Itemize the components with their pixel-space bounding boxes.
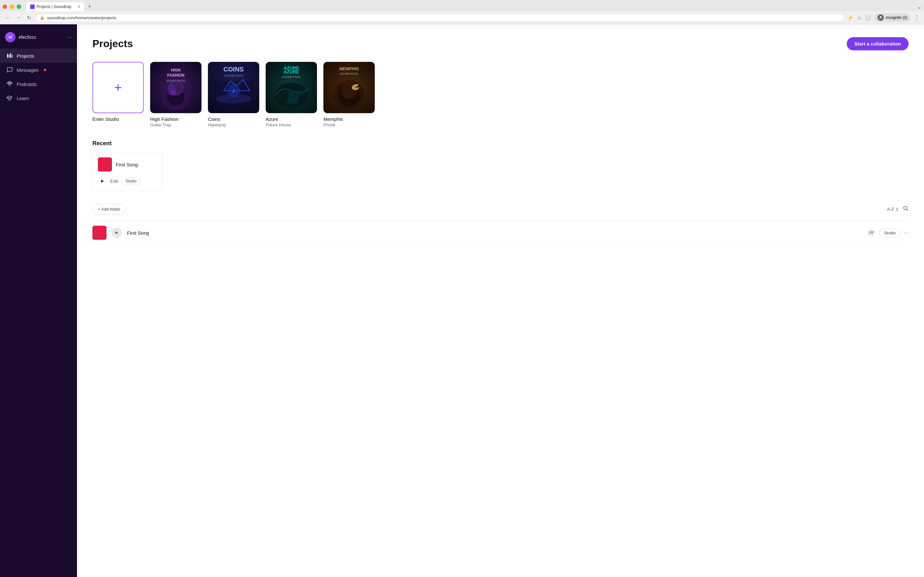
address-bar: ← → ↻ 🔒 soundtrap.com/home/creator/proje…: [0, 11, 924, 24]
svg-point-5: [9, 83, 11, 85]
bottom-bar: + Add folder A-Z: [92, 204, 909, 214]
pack-azure[interactable]: AZURE AZURE SOUND PACK Azure Future Hous…: [266, 62, 317, 127]
browser-tab[interactable]: Projects | Soundtrap ×: [26, 2, 84, 11]
pack-sub-high-fashion: Guitar Trap: [150, 122, 171, 127]
file-more-button[interactable]: ···: [904, 229, 909, 236]
svg-text:AZURE: AZURE: [284, 69, 299, 74]
file-row[interactable]: First Song Studio ···: [92, 221, 909, 245]
svg-text:SOUND PACK: SOUND PACK: [282, 75, 301, 79]
azure-card[interactable]: AZURE AZURE SOUND PACK: [266, 62, 317, 113]
play-button[interactable]: [98, 177, 107, 185]
pack-name-coins: Coins: [208, 116, 220, 122]
incognito-button[interactable]: Incognito (2): [874, 13, 911, 22]
file-name: First Song: [127, 230, 862, 235]
packs-grid: + Enter Studio HIGH: [92, 62, 909, 127]
high-fashion-card[interactable]: HIGH FASHION SOUND PACK: [150, 62, 202, 113]
svg-line-38: [907, 210, 908, 211]
enter-studio-card[interactable]: +: [92, 62, 144, 113]
pack-enter-studio[interactable]: + Enter Studio: [92, 62, 144, 127]
page-title: Projects: [92, 38, 133, 50]
sidebar-item-learn[interactable]: Learn: [0, 91, 77, 105]
url-bar[interactable]: 🔒 soundtrap.com/home/creator/projects: [36, 14, 844, 22]
browser-chrome: Projects | Soundtrap × + ⌄ ← → ↻ 🔒 sound…: [0, 0, 924, 24]
svg-point-41: [872, 231, 873, 233]
song-title: First Song: [116, 162, 137, 167]
tab-favicon: [30, 5, 35, 9]
tab-chevron-icon[interactable]: ⌄: [917, 3, 921, 10]
address-right-icons: ⚡ ☆ ⬜ Incognito (2) ⋮: [847, 13, 920, 22]
browser-more-button[interactable]: ⋮: [914, 14, 920, 21]
sidebar-item-learn-label: Learn: [17, 95, 29, 101]
file-studio-badge[interactable]: Studio: [879, 229, 901, 237]
coins-card[interactable]: COINS SOUND PACK ♪: [208, 62, 259, 113]
extension-icon[interactable]: ⚡: [847, 15, 854, 21]
sort-search-controls: A-Z: [887, 205, 909, 213]
maximize-button[interactable]: [17, 5, 21, 9]
search-button[interactable]: [903, 205, 909, 213]
new-tab-button[interactable]: +: [86, 2, 94, 11]
file-thumbnail: [92, 226, 107, 240]
studio-badge[interactable]: Studio: [121, 177, 141, 185]
pack-name-high-fashion: High Fashion: [150, 116, 178, 122]
svg-rect-4: [12, 55, 13, 58]
pack-coins[interactable]: COINS SOUND PACK ♪ Coins Hyperpop: [208, 62, 259, 127]
tab-title: Projects | Soundtrap: [37, 5, 76, 9]
forward-button[interactable]: →: [15, 13, 23, 22]
split-icon[interactable]: ⬜: [865, 15, 871, 21]
plus-icon: +: [114, 81, 121, 95]
sidebar-item-podcasts[interactable]: Podcasts: [0, 77, 77, 91]
pack-sub-coins: Hyperpop: [208, 122, 226, 127]
sidebar-item-projects[interactable]: Projects: [0, 49, 77, 63]
sidebar-item-projects-label: Projects: [17, 53, 34, 59]
start-collaboration-button[interactable]: Start a collaboration: [846, 37, 909, 50]
svg-point-37: [904, 206, 907, 210]
svg-text:SOUND PACK: SOUND PACK: [224, 74, 243, 77]
sidebar-item-messages[interactable]: Messages: [0, 63, 77, 77]
add-folder-button[interactable]: + Add folder: [92, 204, 126, 214]
sidebar: ef efec5ccc ··· Projects: [0, 24, 77, 577]
svg-point-40: [870, 231, 872, 233]
sort-label: A-Z: [887, 207, 894, 211]
song-thumbnail: [98, 157, 112, 171]
minimize-button[interactable]: [10, 5, 14, 9]
messages-icon: [6, 67, 13, 73]
pack-high-fashion[interactable]: HIGH FASHION SOUND PACK High Fashion Gui…: [150, 62, 202, 127]
messages-notification-dot: [44, 69, 46, 71]
file-collaboration-icon[interactable]: [867, 228, 876, 237]
pack-memphis[interactable]: MEMPHIS SOUND PACK Memphis Phonk: [323, 62, 375, 127]
tab-bar: Projects | Soundtrap × + ⌄: [0, 0, 924, 11]
pack-name-memphis: Memphis: [323, 116, 343, 122]
svg-text:HIGH: HIGH: [171, 68, 181, 73]
page-header: Projects Start a collaboration: [92, 37, 909, 50]
recent-card[interactable]: First Song 0:00 Studio: [92, 152, 163, 191]
file-actions: Studio ···: [867, 228, 909, 237]
sidebar-item-podcasts-label: Podcasts: [17, 81, 37, 87]
avatar: ef: [5, 32, 15, 42]
incognito-label: Incognito (2): [886, 15, 907, 20]
projects-icon: [6, 53, 13, 59]
svg-rect-1: [7, 54, 8, 58]
back-button[interactable]: ←: [4, 13, 11, 22]
recent-section-title: Recent: [92, 140, 909, 147]
time-label: 0:00: [110, 179, 118, 184]
recent-card-header: First Song: [98, 157, 158, 171]
bookmark-icon[interactable]: ☆: [857, 15, 861, 21]
pack-sub-azure: Future House: [266, 122, 291, 127]
recent-card-footer: 0:00 Studio: [98, 177, 158, 185]
sort-button[interactable]: A-Z: [887, 207, 899, 211]
user-more-button[interactable]: ···: [67, 34, 72, 41]
svg-rect-3: [10, 53, 11, 58]
svg-text:MEMPHIS: MEMPHIS: [339, 66, 359, 71]
svg-text:FASHION: FASHION: [167, 73, 184, 77]
user-row: ef efec5ccc ···: [0, 29, 77, 49]
pack-sub-memphis: Phonk: [323, 122, 335, 127]
podcasts-icon: [6, 81, 13, 87]
reload-button[interactable]: ↻: [26, 13, 32, 22]
tab-close-icon[interactable]: ×: [78, 4, 80, 9]
svg-point-35: [355, 85, 357, 86]
app: ef efec5ccc ··· Projects: [0, 24, 924, 577]
memphis-card[interactable]: MEMPHIS SOUND PACK: [323, 62, 375, 113]
close-button[interactable]: [3, 5, 7, 9]
file-play-button[interactable]: [111, 227, 122, 238]
traffic-lights: [3, 5, 21, 9]
